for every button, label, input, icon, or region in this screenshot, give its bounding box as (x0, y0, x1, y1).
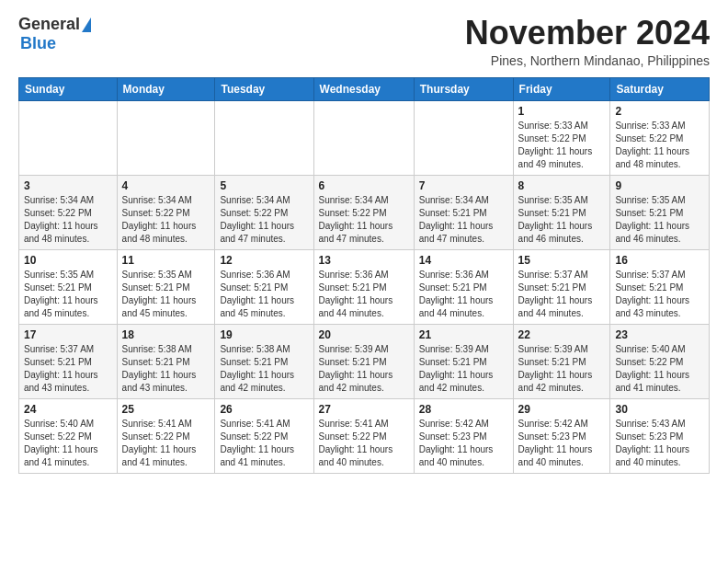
day-number: 4 (122, 179, 210, 192)
week-row-2: 3Sunrise: 5:34 AM Sunset: 5:22 PM Daylig… (19, 175, 710, 249)
day-number: 9 (615, 179, 704, 192)
calendar-cell-4-3: 27Sunrise: 5:41 AM Sunset: 5:22 PM Dayli… (313, 398, 414, 473)
calendar-cell-3-4: 21Sunrise: 5:39 AM Sunset: 5:21 PM Dayli… (414, 324, 513, 398)
day-info: Sunrise: 5:39 AM Sunset: 5:21 PM Dayligh… (518, 343, 606, 395)
calendar-cell-2-1: 11Sunrise: 5:35 AM Sunset: 5:21 PM Dayli… (117, 249, 215, 324)
calendar-cell-2-4: 14Sunrise: 5:36 AM Sunset: 5:21 PM Dayli… (414, 249, 513, 324)
calendar-cell-0-0 (19, 100, 118, 175)
calendar-cell-4-4: 28Sunrise: 5:42 AM Sunset: 5:23 PM Dayli… (414, 398, 513, 473)
calendar-cell-2-3: 13Sunrise: 5:36 AM Sunset: 5:21 PM Dayli… (313, 249, 414, 324)
location: Pines, Northern Mindanao, Philippines (465, 53, 710, 68)
day-number: 26 (220, 403, 308, 416)
month-year: November 2024 (465, 15, 710, 52)
day-info: Sunrise: 5:34 AM Sunset: 5:22 PM Dayligh… (122, 194, 210, 246)
calendar-cell-4-2: 26Sunrise: 5:41 AM Sunset: 5:22 PM Dayli… (215, 398, 313, 473)
day-info: Sunrise: 5:34 AM Sunset: 5:22 PM Dayligh… (319, 194, 409, 246)
week-row-1: 1Sunrise: 5:33 AM Sunset: 5:22 PM Daylig… (19, 100, 710, 175)
week-row-4: 17Sunrise: 5:37 AM Sunset: 5:21 PM Dayli… (19, 324, 710, 398)
calendar-cell-0-2 (215, 100, 313, 175)
calendar-cell-3-2: 19Sunrise: 5:38 AM Sunset: 5:21 PM Dayli… (215, 324, 313, 398)
day-info: Sunrise: 5:35 AM Sunset: 5:21 PM Dayligh… (615, 194, 704, 246)
logo-blue: Blue (20, 34, 56, 53)
day-info: Sunrise: 5:34 AM Sunset: 5:22 PM Dayligh… (220, 194, 308, 246)
day-info: Sunrise: 5:35 AM Sunset: 5:21 PM Dayligh… (122, 269, 210, 320)
day-info: Sunrise: 5:38 AM Sunset: 5:21 PM Dayligh… (220, 343, 308, 395)
calendar-cell-1-1: 4Sunrise: 5:34 AM Sunset: 5:22 PM Daylig… (117, 175, 215, 249)
day-number: 30 (615, 403, 704, 416)
title-block: November 2024 Pines, Northern Mindanao, … (465, 15, 710, 68)
calendar-cell-0-4 (414, 100, 513, 175)
day-info: Sunrise: 5:35 AM Sunset: 5:21 PM Dayligh… (24, 269, 112, 320)
calendar-cell-4-0: 24Sunrise: 5:40 AM Sunset: 5:22 PM Dayli… (19, 398, 118, 473)
day-number: 11 (122, 254, 210, 267)
calendar-cell-4-1: 25Sunrise: 5:41 AM Sunset: 5:22 PM Dayli… (117, 398, 215, 473)
day-number: 28 (419, 403, 508, 416)
day-number: 8 (518, 179, 606, 192)
day-number: 2 (615, 105, 704, 118)
header: General Blue November 2024 Pines, Northe… (18, 15, 710, 68)
day-info: Sunrise: 5:37 AM Sunset: 5:21 PM Dayligh… (24, 343, 112, 395)
calendar-cell-0-1 (117, 100, 215, 175)
calendar: Sunday Monday Tuesday Wednesday Thursday… (18, 77, 710, 474)
calendar-cell-2-5: 15Sunrise: 5:37 AM Sunset: 5:21 PM Dayli… (513, 249, 610, 324)
col-sunday: Sunday (19, 77, 118, 100)
logo: General Blue (18, 15, 91, 53)
calendar-cell-0-5: 1Sunrise: 5:33 AM Sunset: 5:22 PM Daylig… (513, 100, 610, 175)
col-thursday: Thursday (414, 77, 513, 100)
day-info: Sunrise: 5:36 AM Sunset: 5:21 PM Dayligh… (220, 269, 308, 320)
day-info: Sunrise: 5:34 AM Sunset: 5:21 PM Dayligh… (419, 194, 508, 246)
calendar-cell-3-6: 23Sunrise: 5:40 AM Sunset: 5:22 PM Dayli… (610, 324, 710, 398)
calendar-cell-2-2: 12Sunrise: 5:36 AM Sunset: 5:21 PM Dayli… (215, 249, 313, 324)
day-number: 14 (419, 254, 508, 267)
day-number: 10 (24, 254, 112, 267)
day-info: Sunrise: 5:38 AM Sunset: 5:21 PM Dayligh… (122, 343, 210, 395)
day-info: Sunrise: 5:33 AM Sunset: 5:22 PM Dayligh… (518, 120, 606, 171)
day-number: 19 (220, 328, 308, 341)
calendar-cell-3-0: 17Sunrise: 5:37 AM Sunset: 5:21 PM Dayli… (19, 324, 118, 398)
logo-triangle-icon (82, 17, 91, 32)
day-number: 7 (419, 179, 508, 192)
page: General Blue November 2024 Pines, Northe… (0, 0, 728, 488)
calendar-cell-0-3 (313, 100, 414, 175)
calendar-cell-2-0: 10Sunrise: 5:35 AM Sunset: 5:21 PM Dayli… (19, 249, 118, 324)
calendar-cell-3-1: 18Sunrise: 5:38 AM Sunset: 5:21 PM Dayli… (117, 324, 215, 398)
col-tuesday: Tuesday (215, 77, 313, 100)
day-number: 1 (518, 105, 606, 118)
day-number: 15 (518, 254, 606, 267)
day-info: Sunrise: 5:41 AM Sunset: 5:22 PM Dayligh… (220, 418, 308, 469)
day-info: Sunrise: 5:42 AM Sunset: 5:23 PM Dayligh… (419, 418, 508, 469)
calendar-cell-1-4: 7Sunrise: 5:34 AM Sunset: 5:21 PM Daylig… (414, 175, 513, 249)
day-number: 24 (24, 403, 112, 416)
calendar-cell-1-0: 3Sunrise: 5:34 AM Sunset: 5:22 PM Daylig… (19, 175, 118, 249)
calendar-cell-1-6: 9Sunrise: 5:35 AM Sunset: 5:21 PM Daylig… (610, 175, 710, 249)
day-info: Sunrise: 5:40 AM Sunset: 5:22 PM Dayligh… (615, 343, 704, 395)
col-wednesday: Wednesday (313, 77, 414, 100)
calendar-cell-0-6: 2Sunrise: 5:33 AM Sunset: 5:22 PM Daylig… (610, 100, 710, 175)
day-info: Sunrise: 5:35 AM Sunset: 5:21 PM Dayligh… (518, 194, 606, 246)
col-friday: Friday (513, 77, 610, 100)
day-number: 18 (122, 328, 210, 341)
calendar-cell-1-5: 8Sunrise: 5:35 AM Sunset: 5:21 PM Daylig… (513, 175, 610, 249)
col-monday: Monday (117, 77, 215, 100)
day-number: 6 (319, 179, 409, 192)
day-info: Sunrise: 5:36 AM Sunset: 5:21 PM Dayligh… (319, 269, 409, 320)
day-number: 20 (319, 328, 409, 341)
day-info: Sunrise: 5:39 AM Sunset: 5:21 PM Dayligh… (419, 343, 508, 395)
day-number: 29 (518, 403, 606, 416)
week-row-5: 24Sunrise: 5:40 AM Sunset: 5:22 PM Dayli… (19, 398, 710, 473)
day-number: 25 (122, 403, 210, 416)
calendar-cell-1-2: 5Sunrise: 5:34 AM Sunset: 5:22 PM Daylig… (215, 175, 313, 249)
day-info: Sunrise: 5:41 AM Sunset: 5:22 PM Dayligh… (319, 418, 409, 469)
day-info: Sunrise: 5:37 AM Sunset: 5:21 PM Dayligh… (518, 269, 606, 320)
week-row-3: 10Sunrise: 5:35 AM Sunset: 5:21 PM Dayli… (19, 249, 710, 324)
logo-text: General (18, 15, 91, 34)
day-number: 17 (24, 328, 112, 341)
day-number: 21 (419, 328, 508, 341)
day-number: 13 (319, 254, 409, 267)
day-info: Sunrise: 5:36 AM Sunset: 5:21 PM Dayligh… (419, 269, 508, 320)
day-number: 23 (615, 328, 704, 341)
day-number: 3 (24, 179, 112, 192)
day-info: Sunrise: 5:33 AM Sunset: 5:22 PM Dayligh… (615, 120, 704, 171)
day-number: 5 (220, 179, 308, 192)
calendar-cell-4-5: 29Sunrise: 5:42 AM Sunset: 5:23 PM Dayli… (513, 398, 610, 473)
